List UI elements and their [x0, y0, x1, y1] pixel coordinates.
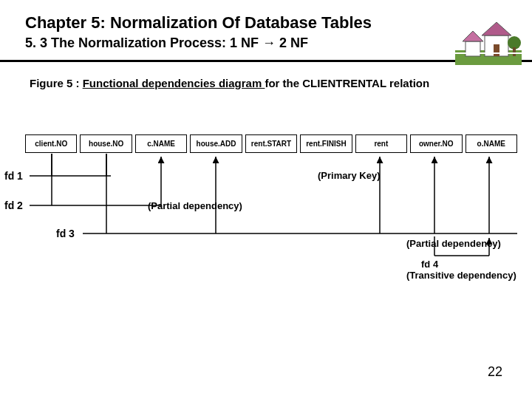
section-title: 5. 3 The Normalization Process: 1 NF → 2… — [25, 35, 507, 51]
svg-marker-2 — [482, 22, 511, 35]
primary-key-label: (Primary Key) — [318, 170, 381, 181]
svg-rect-7 — [513, 47, 516, 56]
partial-dep-2-label: (Partial dependency) — [406, 238, 501, 249]
fd2-label: fd 2 — [4, 200, 23, 211]
slide-header: Chapter 5: Normalization Of Database Tab… — [0, 0, 532, 60]
figure-underlined: Functional dependencies diagram — [83, 77, 265, 89]
attr-rentfinish: rent.FINISH — [300, 134, 352, 153]
svg-rect-3 — [494, 44, 499, 56]
attr-cname: c.NAME — [135, 134, 187, 153]
fd4-label: fd 4 — [421, 259, 438, 270]
attribute-row: client.NO house.NO c.NAME house.ADD rent… — [25, 134, 517, 153]
attr-houseadd: house.ADD — [190, 134, 242, 153]
figure-suffix: for the CLIENTRENTAL relation — [265, 77, 429, 89]
fd1-label: fd 1 — [4, 170, 23, 182]
figure-prefix: Figure 5 : — [30, 77, 83, 89]
fd3-label: fd 3 — [56, 228, 75, 239]
attr-ownerno: owner.NO — [410, 134, 462, 153]
section-prefix: 5. 3 The Normalization Process: 1 NF — [25, 35, 262, 50]
arrow-icon: → — [262, 35, 276, 50]
attr-clientno: client.NO — [25, 134, 77, 153]
attr-rent: rent — [355, 134, 407, 153]
svg-marker-5 — [463, 31, 483, 41]
figure-caption: Figure 5 : Functional dependencies diagr… — [30, 77, 502, 89]
attr-oname: o.NAME — [466, 134, 517, 153]
partial-dep-1-label: (Partial dependency) — [148, 200, 242, 211]
chapter-title: Chapter 5: Normalization Of Database Tab… — [25, 13, 507, 33]
header-rule — [0, 60, 532, 62]
transitive-dep-label: (Transitive dependency) — [406, 270, 516, 281]
house-illustration — [455, 13, 522, 65]
page-number: 22 — [488, 364, 502, 380]
attr-houseno: house.NO — [80, 134, 132, 153]
section-suffix: 2 NF — [276, 35, 308, 50]
attr-rentstart: rent.START — [245, 134, 297, 153]
